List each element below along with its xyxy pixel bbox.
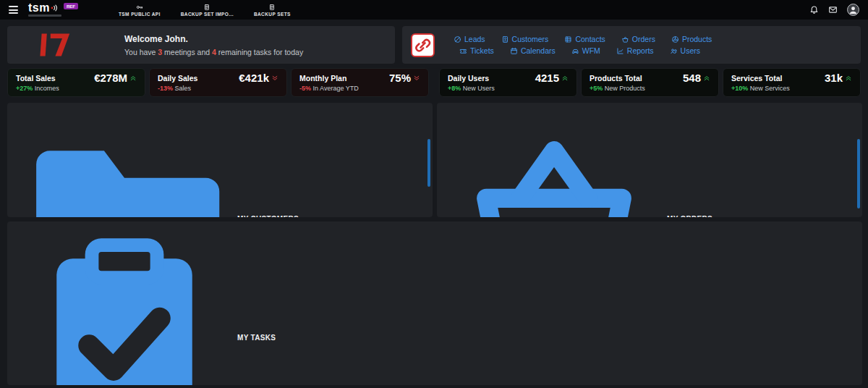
kpi-value: €421k bbox=[239, 72, 278, 83]
mail-icon[interactable] bbox=[828, 5, 838, 14]
document-icon bbox=[268, 4, 276, 11]
chevron-double-down-icon bbox=[413, 75, 420, 82]
report-icon bbox=[616, 47, 624, 55]
kpi-value: 4215 bbox=[535, 72, 569, 83]
quicklink-label: Orders bbox=[632, 35, 655, 43]
chevron-double-down-icon bbox=[271, 75, 278, 82]
link-icon bbox=[411, 33, 435, 57]
avatar[interactable] bbox=[847, 4, 859, 16]
chevron-double-up-icon bbox=[703, 75, 710, 82]
calendar-icon bbox=[510, 47, 518, 55]
contacts-icon bbox=[564, 35, 572, 43]
quicklinks-row: TicketsCalendarsWFMReportsUsers bbox=[459, 46, 712, 55]
app-logo[interactable]: tsm REF bbox=[28, 3, 78, 17]
customer-icon bbox=[501, 35, 509, 43]
topbar: tsm REF TSM PUBLIC APIBACKUP SET IMPO...… bbox=[0, 0, 868, 20]
kpi-subtext: -13% Sales bbox=[158, 85, 278, 92]
my-customers-panel: MY CUSTOMERS IDTitlecustomerCo...Legal f… bbox=[7, 103, 433, 217]
basket-icon bbox=[621, 35, 629, 43]
kpi-title: Daily Users bbox=[448, 74, 489, 83]
my-orders-panel: MY ORDERS IDSubjectStatusTypeCustomerOrd… bbox=[437, 103, 862, 217]
kpi-value: 548 bbox=[683, 72, 710, 83]
quicklinks-list: LeadsCustomersContactsOrdersProductsTick… bbox=[454, 35, 712, 55]
ticket-icon bbox=[459, 47, 467, 55]
kpi-card-total-sales: Total Sales€278M+27% Incomes bbox=[7, 68, 145, 97]
nav-item-label: TSM PUBLIC API bbox=[119, 12, 161, 17]
kpi-title: Daily Sales bbox=[158, 74, 197, 83]
lead-icon bbox=[454, 35, 461, 43]
quicklinks-panel: LeadsCustomersContactsOrdersProductsTick… bbox=[402, 26, 861, 64]
kpi-card-services-total: Services Total31k+10% New Services bbox=[723, 68, 861, 97]
welcome-title: Welcome John. bbox=[124, 34, 303, 44]
nav-item-tsm-public-api[interactable]: TSM PUBLIC API bbox=[119, 4, 161, 17]
wheel-icon bbox=[671, 35, 679, 43]
company-logo bbox=[35, 32, 77, 58]
meetings-count: 3 bbox=[158, 48, 162, 56]
kpi-title: Services Total bbox=[731, 74, 782, 83]
nav-item-backup-sets[interactable]: BACKUP SETS bbox=[254, 4, 291, 17]
orders-vscroll-thumb[interactable] bbox=[857, 139, 860, 208]
quicklink-customers[interactable]: Customers bbox=[501, 35, 549, 43]
kpi-title: Total Sales bbox=[16, 74, 56, 83]
kpi-row: Total Sales€278M+27% IncomesDaily Sales€… bbox=[7, 68, 861, 97]
kpi-value: 75% bbox=[389, 72, 420, 83]
quicklink-reports[interactable]: Reports bbox=[616, 46, 654, 55]
quicklink-products[interactable]: Products bbox=[671, 35, 712, 43]
quicklink-leads[interactable]: Leads bbox=[454, 35, 485, 43]
bell-icon[interactable] bbox=[809, 5, 819, 14]
quicklink-label: Customers bbox=[512, 35, 549, 43]
folder-icon bbox=[16, 110, 233, 217]
quicklink-label: Leads bbox=[464, 35, 485, 43]
kpi-value: 31k bbox=[825, 72, 852, 83]
kpi-title: Products Total bbox=[590, 74, 642, 83]
my-orders-title: MY ORDERS bbox=[444, 106, 855, 217]
chevron-double-up-icon bbox=[845, 75, 852, 82]
quicklink-label: Reports bbox=[627, 46, 654, 55]
welcome-banner: Welcome John. You have 3 meetings and 4 … bbox=[7, 26, 395, 64]
hamburger-menu-icon[interactable] bbox=[9, 6, 18, 14]
nav-item-label: BACKUP SET IMPO... bbox=[181, 12, 234, 17]
users-icon bbox=[670, 47, 678, 55]
ref-badge: REF bbox=[64, 3, 78, 9]
quicklink-label: Products bbox=[682, 35, 712, 43]
logo-tagline bbox=[28, 14, 61, 17]
top-nav: TSM PUBLIC APIBACKUP SET IMPO...BACKUP S… bbox=[119, 4, 291, 17]
customers-vscroll-thumb[interactable] bbox=[427, 139, 430, 187]
car-icon bbox=[571, 47, 579, 55]
kpi-card-products-total: Products Total548+5% New Products bbox=[581, 68, 719, 97]
kpi-subtext: +27% Incomes bbox=[16, 85, 137, 92]
kpi-title: Monthly Plan bbox=[299, 74, 346, 83]
chevron-double-up-icon bbox=[129, 75, 137, 82]
welcome-message: You have 3 meetings and 4 remaining task… bbox=[124, 48, 303, 56]
quicklink-label: Calendars bbox=[521, 46, 556, 55]
quicklinks-row: LeadsCustomersContactsOrdersProducts bbox=[454, 35, 712, 43]
nav-item-backup-set-impo[interactable]: BACKUP SET IMPO... bbox=[181, 4, 234, 17]
document-icon bbox=[203, 4, 210, 11]
kpi-card-daily-sales: Daily Sales€421k-13% Sales bbox=[149, 68, 287, 97]
my-customers-title: MY CUSTOMERS bbox=[14, 106, 425, 217]
quicklink-label: Users bbox=[681, 46, 700, 55]
key-icon bbox=[136, 4, 143, 11]
kpi-subtext: +8% New Users bbox=[448, 85, 569, 92]
quicklink-calendars[interactable]: Calendars bbox=[510, 46, 556, 55]
quicklink-orders[interactable]: Orders bbox=[621, 35, 655, 43]
kpi-card-daily-users: Daily Users4215+8% New Users bbox=[439, 68, 577, 97]
quicklink-label: Contacts bbox=[575, 35, 605, 43]
chevron-double-up-icon bbox=[561, 75, 569, 82]
quicklink-wfm[interactable]: WFM bbox=[571, 46, 600, 55]
basket-icon bbox=[446, 110, 663, 217]
kpi-subtext: +5% New Products bbox=[590, 85, 710, 92]
topbar-right bbox=[809, 4, 859, 16]
kpi-value: €278M bbox=[94, 72, 137, 83]
dashboard-screen: tsm REF TSM PUBLIC APIBACKUP SET IMPO...… bbox=[0, 0, 868, 388]
my-tasks-panel: MY TASKS IDTitleTypTask nameActiveUserDe… bbox=[7, 222, 862, 385]
nav-item-label: BACKUP SETS bbox=[254, 12, 291, 17]
clipboard-icon bbox=[16, 229, 233, 385]
logo-signal-icon bbox=[51, 4, 59, 12]
tasks-count: 4 bbox=[212, 48, 216, 56]
quicklink-users[interactable]: Users bbox=[670, 46, 700, 55]
quicklink-tickets[interactable]: Tickets bbox=[459, 46, 494, 55]
quicklink-label: Tickets bbox=[470, 46, 494, 55]
quicklink-label: WFM bbox=[582, 46, 600, 55]
quicklink-contacts[interactable]: Contacts bbox=[564, 35, 605, 43]
